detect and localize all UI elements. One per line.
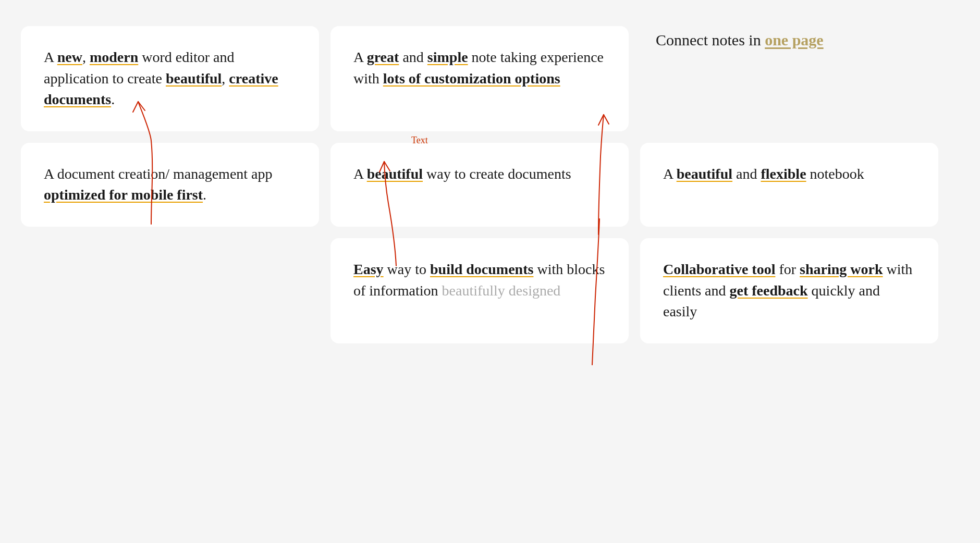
card6-build: build documents bbox=[430, 261, 533, 277]
card1-prefix: A bbox=[44, 49, 57, 65]
card1-comma1: , bbox=[82, 49, 90, 65]
card2-prefix: A bbox=[353, 49, 367, 65]
card1-beautiful: beautiful bbox=[166, 70, 222, 87]
card-beautiful-way: A beautiful way to create documents Text bbox=[330, 143, 629, 227]
card5-beautiful: beautiful bbox=[677, 166, 732, 182]
card4-prefix: A bbox=[353, 166, 367, 182]
card6-faded: beautifully designed bbox=[442, 282, 561, 299]
card1-creative: creative bbox=[229, 70, 278, 87]
card7-feedback: get feedback bbox=[730, 282, 808, 299]
card2-simple: simple bbox=[427, 49, 468, 65]
card1-documents: documents bbox=[44, 91, 111, 107]
card3-prefix: A document creation/ management app bbox=[44, 166, 273, 182]
card6-middle1: way to bbox=[384, 261, 430, 277]
notes-in-text: notes in bbox=[708, 31, 765, 48]
card-collaborative: Collaborative tool for sharing work with… bbox=[640, 238, 938, 343]
text-annotation: Text bbox=[411, 133, 428, 147]
card4-beautiful: beautiful bbox=[367, 166, 423, 182]
card5-flexible: flexible bbox=[761, 166, 806, 182]
card1-modern: modern bbox=[90, 49, 138, 65]
card3-optimized: optimized for mobile first bbox=[44, 187, 203, 203]
card5-suffix: notebook bbox=[806, 166, 864, 182]
card3-suffix: . bbox=[203, 187, 206, 203]
card2-and: and bbox=[399, 49, 427, 65]
card-word-editor: A new, modern word editor and applicatio… bbox=[21, 26, 319, 131]
card-note-taking: A great and simple note taking experienc… bbox=[330, 26, 629, 131]
card2-great: great bbox=[367, 49, 399, 65]
card7-collaborative: Collaborative tool bbox=[663, 261, 775, 277]
card5-prefix: A bbox=[663, 166, 677, 182]
page-wrapper: Connect notes in one page A new, modern … bbox=[0, 0, 980, 543]
card7-middle1: for bbox=[775, 261, 800, 277]
one-page-link: one page bbox=[765, 31, 824, 48]
card4-suffix: way to create documents bbox=[423, 166, 571, 182]
grid-layout: Connect notes in one page A new, modern … bbox=[0, 0, 980, 364]
card1-comma2: , bbox=[222, 70, 229, 87]
card-mobile-first: A document creation/ management app opti… bbox=[21, 143, 319, 227]
card1-suffix: . bbox=[111, 91, 115, 107]
card2-lots: lots of customization options bbox=[383, 70, 560, 87]
card5-and: and bbox=[732, 166, 761, 182]
card-build-documents: Easy way to build documents with blocks … bbox=[330, 238, 629, 343]
connect-header: Connect notes in one page bbox=[640, 26, 938, 54]
card-notebook: A beautiful and flexible notebook bbox=[640, 143, 938, 227]
connect-link: Connect bbox=[656, 31, 708, 48]
card1-new: new bbox=[57, 49, 82, 65]
card7-sharing: sharing work bbox=[800, 261, 883, 277]
card6-easy: Easy bbox=[353, 261, 384, 277]
